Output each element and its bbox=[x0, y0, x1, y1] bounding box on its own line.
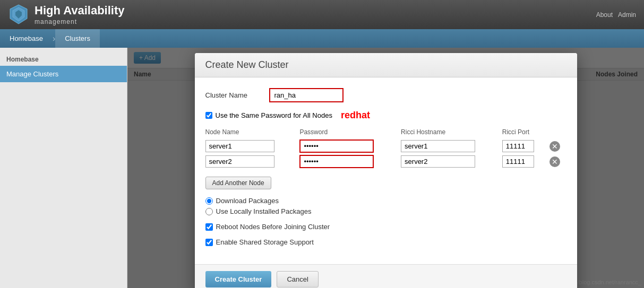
same-password-row: Use the Same Password for All Nodes redh… bbox=[205, 110, 566, 121]
node1-ricci-port-input[interactable] bbox=[502, 140, 534, 152]
node2-password-input[interactable] bbox=[299, 155, 374, 168]
content-area: + Add Name Nodes Joined Create New Clust… bbox=[127, 48, 644, 288]
create-cluster-modal: Create New Cluster Cluster Name Use the … bbox=[195, 53, 577, 288]
node2-ricci-host-input[interactable] bbox=[401, 155, 475, 168]
node1-password-input[interactable] bbox=[299, 139, 374, 153]
package-radio-group: Download Packages Use Locally Installed … bbox=[205, 197, 566, 215]
header-nav: About Admin bbox=[596, 11, 636, 19]
col-password: Password bbox=[299, 128, 401, 138]
col-ricci-hostname: Ricci Hostname bbox=[401, 128, 502, 138]
sub-title: management bbox=[35, 18, 125, 25]
admin-link[interactable]: Admin bbox=[618, 11, 636, 19]
cluster-name-label: Cluster Name bbox=[205, 91, 264, 99]
node1-ricci-host-input[interactable] bbox=[401, 140, 475, 152]
shared-storage-label: Enable Shared Storage Support bbox=[216, 238, 314, 246]
table-row: ✕ bbox=[205, 138, 566, 154]
col-delete bbox=[549, 128, 566, 138]
radio-local[interactable] bbox=[205, 208, 213, 215]
sidebar-item-manage-clusters[interactable]: Manage Clusters bbox=[0, 66, 127, 82]
modal-body: Cluster Name Use the Same Password for A… bbox=[195, 77, 577, 264]
modal-header: Create New Cluster bbox=[195, 53, 577, 77]
same-password-label: Use the Same Password for All Nodes bbox=[216, 111, 332, 119]
add-another-node-button[interactable]: Add Another Node bbox=[205, 177, 271, 189]
nav-clusters[interactable]: Clusters bbox=[55, 29, 100, 48]
cancel-button[interactable]: Cancel bbox=[277, 271, 318, 287]
node-table: Node Name Password Ricci Hostname Ricci … bbox=[205, 128, 566, 169]
about-link[interactable]: About bbox=[596, 11, 613, 19]
app-header: High Availability management About Admin bbox=[0, 0, 644, 29]
logo-area: High Availability management bbox=[8, 4, 125, 25]
radio-local-label: Use Locally Installed Packages bbox=[216, 207, 312, 215]
reboot-checkbox[interactable] bbox=[205, 223, 213, 231]
reboot-label: Reboot Nodes Before Joining Cluster bbox=[216, 223, 330, 231]
node2-ricci-port-input[interactable] bbox=[502, 155, 534, 168]
same-password-checkbox[interactable] bbox=[205, 112, 212, 119]
node2-delete-button[interactable]: ✕ bbox=[549, 156, 560, 167]
col-node-name: Node Name bbox=[205, 128, 300, 138]
col-ricci-port: Ricci Port bbox=[502, 128, 549, 138]
node2-name-input[interactable] bbox=[205, 155, 274, 168]
radio-download-label: Download Packages bbox=[216, 197, 279, 205]
radio-local-row: Use Locally Installed Packages bbox=[205, 207, 566, 215]
sidebar: Homebase Manage Clusters bbox=[0, 48, 127, 288]
cluster-name-input[interactable] bbox=[269, 88, 344, 102]
navbar: Homebase › Clusters bbox=[0, 29, 644, 48]
logo-icon bbox=[8, 4, 29, 25]
app-title: High Availability management bbox=[35, 4, 125, 25]
shared-storage-checkbox-row: Enable Shared Storage Support bbox=[205, 238, 566, 246]
sidebar-section-title: Homebase bbox=[0, 53, 127, 66]
radio-download-row: Download Packages bbox=[205, 197, 566, 205]
modal-overlay: Create New Cluster Cluster Name Use the … bbox=[127, 48, 644, 288]
modal-footer: Create Cluster Cancel bbox=[195, 264, 577, 288]
main-title: High Availability bbox=[35, 4, 125, 18]
table-row: ✕ bbox=[205, 154, 566, 169]
radio-download[interactable] bbox=[205, 197, 213, 205]
node1-delete-button[interactable]: ✕ bbox=[549, 141, 560, 152]
redhat-label: redhat bbox=[341, 110, 370, 121]
shared-storage-checkbox[interactable] bbox=[205, 239, 213, 246]
create-cluster-button[interactable]: Create Cluster bbox=[205, 271, 272, 287]
reboot-checkbox-row: Reboot Nodes Before Joining Cluster bbox=[205, 223, 566, 231]
main-content: Homebase Manage Clusters + Add Name Node… bbox=[0, 48, 644, 288]
cluster-name-row: Cluster Name bbox=[205, 88, 566, 102]
modal-title: Create New Cluster bbox=[205, 59, 566, 71]
node1-name-input[interactable] bbox=[205, 140, 274, 152]
nav-homebase[interactable]: Homebase bbox=[0, 29, 53, 48]
